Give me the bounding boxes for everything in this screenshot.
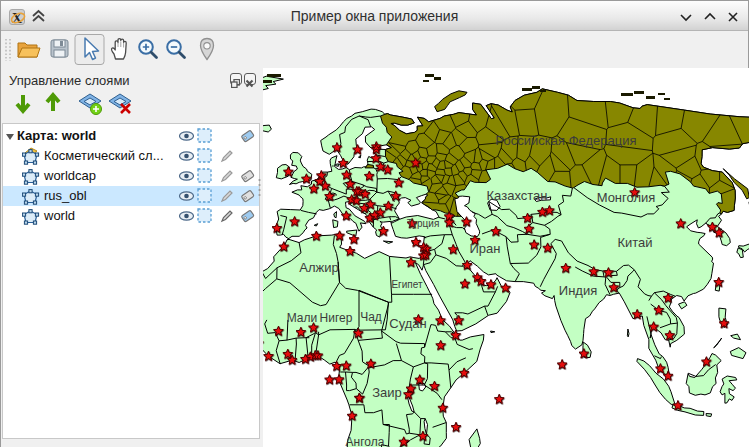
svg-text:Монголия: Монголия (597, 190, 656, 205)
svg-text:Мали: Мали (287, 311, 318, 325)
svg-text:Казахстан: Казахстан (487, 188, 548, 203)
svg-text:Судан: Судан (389, 316, 426, 331)
svg-text:Китай: Китай (617, 235, 652, 250)
svg-text:Египет: Египет (391, 279, 423, 290)
svg-text:Чад: Чад (360, 310, 382, 324)
svg-text:Индия: Индия (559, 283, 597, 298)
svg-text:Заир: Заир (372, 385, 402, 400)
svg-text:Нигер: Нигер (320, 311, 353, 325)
svg-text:Турция: Турция (407, 218, 440, 229)
svg-text:Российская Федерация: Российская Федерация (495, 133, 636, 148)
svg-text:Ангола: Ангола (346, 435, 385, 447)
svg-text:Алжир: Алжир (299, 260, 338, 275)
svg-text:Иран: Иран (470, 241, 501, 256)
